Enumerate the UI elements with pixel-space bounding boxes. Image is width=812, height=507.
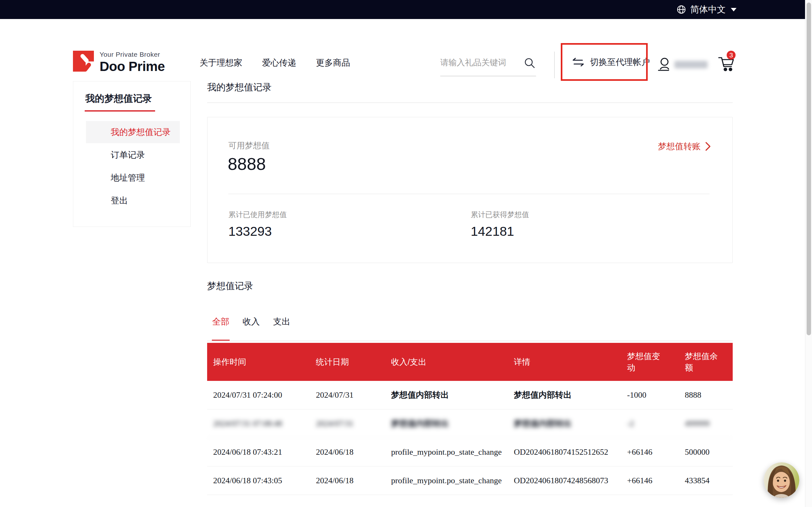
cell-income-expense: profile_mypoint.po_state_change xyxy=(391,438,514,466)
earned-points-value: 142181 xyxy=(471,224,529,239)
table-header-cell: 梦想值变动 xyxy=(627,343,685,381)
brand-logo-text: Your Private Broker Doo Prime xyxy=(100,51,165,74)
brand-tagline: Your Private Broker xyxy=(100,51,165,58)
records-tab[interactable]: 全部 xyxy=(212,316,230,341)
cell-stat-date: 2024/07/31 xyxy=(316,409,391,438)
sidebar-item[interactable]: 订单记录 xyxy=(86,144,180,166)
points-transfer-link[interactable]: 梦想值转账 xyxy=(658,141,711,152)
cell-stat-date: 2024/06/18 xyxy=(316,438,391,466)
sidebar-item-label: 地址管理 xyxy=(111,172,145,183)
table-header-cell: 统计日期 xyxy=(316,343,391,381)
records-tabs: 全部 收入 支出 xyxy=(212,316,291,341)
main-content: 我的梦想值记录 可用梦想值 8888 梦想值转账 累计已使用梦想值 133293… xyxy=(207,66,733,507)
records-table-header: 操作时间 统计日期 收入/支出 详情 梦想值变动 梦想值余额 xyxy=(207,343,733,381)
top-bar: 简体中文 xyxy=(0,0,805,19)
cell-income-expense: 梦想值内部转出 xyxy=(391,381,514,409)
brand-logo[interactable]: Your Private Broker Doo Prime xyxy=(73,51,165,74)
sidebar-item[interactable]: 地址管理 xyxy=(86,167,180,189)
tab-label: 收入 xyxy=(243,317,260,326)
doo-prime-logo-mark-icon xyxy=(73,51,94,72)
cell-detail: 梦想值内部转出 xyxy=(514,381,627,409)
cell-points-change: +66146 xyxy=(627,466,685,495)
chevron-down-icon xyxy=(731,8,737,11)
used-points-stat: 累计已使用梦想值 133293 xyxy=(229,210,287,239)
sidebar-item[interactable]: 登出 xyxy=(86,189,180,212)
cell-operation-time: 2024/06/18 07:43:21 xyxy=(207,438,316,466)
available-points-label: 可用梦想值 xyxy=(229,140,270,151)
chevron-right-icon xyxy=(705,142,711,151)
cell-stat-date: 2024/06/18 xyxy=(316,466,391,495)
records-section-title: 梦想值记录 xyxy=(207,280,253,292)
cell-points-change: -1000 xyxy=(627,381,685,409)
cell-detail: OD20240618074248568073 xyxy=(514,466,627,495)
language-selector[interactable]: 简体中文 xyxy=(676,3,737,15)
sidebar-item-label: 订单记录 xyxy=(111,149,145,161)
earned-points-label: 累计已获得梦想值 xyxy=(471,210,529,220)
table-row: 2024/07/31 07:24:00 2024/07/31 梦想值内部转出 梦… xyxy=(207,381,733,409)
sidebar-item-label: 我的梦想值记录 xyxy=(111,126,171,138)
table-header-cell: 详情 xyxy=(514,343,627,381)
page-title: 我的梦想值记录 xyxy=(207,81,271,94)
cell-points-balance: 500000 xyxy=(685,438,733,466)
chat-widget-avatar[interactable] xyxy=(764,462,799,498)
earned-points-stat: 累计已获得梦想值 142181 xyxy=(471,210,529,239)
page-scrollbar[interactable] xyxy=(805,0,812,507)
sidebar-item-label: 登出 xyxy=(111,195,128,206)
used-points-value: 133293 xyxy=(229,224,287,239)
points-transfer-label: 梦想值转账 xyxy=(658,141,701,152)
cell-income-expense: profile_mypoint.po_state_change xyxy=(391,466,514,495)
cell-points-balance: 499999 xyxy=(685,409,733,438)
avatar-photo-icon xyxy=(764,462,799,498)
scrollbar-thumb[interactable] xyxy=(807,3,811,335)
cell-points-change: +66146 xyxy=(627,438,685,466)
cell-detail: OD20240618074152512652 xyxy=(514,438,627,466)
cell-operation-time: 2024/06/18 07:43:05 xyxy=(207,466,316,495)
points-summary-card: 可用梦想值 8888 梦想值转账 累计已使用梦想值 133293 累计已获得梦想… xyxy=(207,117,733,263)
used-points-label: 累计已使用梦想值 xyxy=(229,210,287,220)
cell-income-expense: 梦想值内部转出 xyxy=(391,409,514,438)
table-row: 2024/06/18 07:43:05 2024/06/18 profile_m… xyxy=(207,466,733,495)
tab-label: 支出 xyxy=(273,317,290,326)
cell-points-balance: 8888 xyxy=(685,381,733,409)
sidebar: 我的梦想值记录 我的梦想值记录 订单记录 地址管理 登出 xyxy=(73,81,191,227)
records-tab[interactable]: 收入 xyxy=(242,316,260,341)
sidebar-item[interactable]: 我的梦想值记录 xyxy=(86,121,180,143)
table-header-cell: 收入/支出 xyxy=(391,343,514,381)
table-row: 2024/06/18 07:43:21 2024/06/18 profile_m… xyxy=(207,438,733,466)
table-row: 2024/07/31 07:08:48 2024/07/31 梦想值内部转出 梦… xyxy=(207,409,733,438)
table-header-cell: 操作时间 xyxy=(207,343,316,381)
cell-detail: 梦想值内部转出 xyxy=(514,409,627,438)
records-table-body: 2024/07/31 07:24:00 2024/07/31 梦想值内部转出 梦… xyxy=(207,381,733,495)
globe-icon xyxy=(676,4,687,14)
cell-stat-date: 2024/07/31 xyxy=(316,381,391,409)
records-tab[interactable]: 支出 xyxy=(273,316,291,341)
tab-label: 全部 xyxy=(212,317,229,326)
language-label: 简体中文 xyxy=(690,3,726,15)
cell-points-change: -2 xyxy=(627,409,685,438)
sidebar-title: 我的梦想值记录 xyxy=(85,92,190,105)
card-divider xyxy=(229,193,710,194)
table-header-cell: 梦想值余额 xyxy=(685,343,733,381)
tabs-baseline xyxy=(207,341,733,341)
available-points-value: 8888 xyxy=(228,154,266,174)
brand-name: Doo Prime xyxy=(100,59,165,74)
cell-operation-time: 2024/07/31 07:24:00 xyxy=(207,381,316,409)
cell-operation-time: 2024/07/31 07:08:48 xyxy=(207,409,316,438)
title-separator xyxy=(207,102,733,103)
cart-count-badge: 3 xyxy=(727,51,735,60)
sidebar-title-underline xyxy=(85,110,155,112)
cell-points-balance: 433854 xyxy=(685,466,733,495)
